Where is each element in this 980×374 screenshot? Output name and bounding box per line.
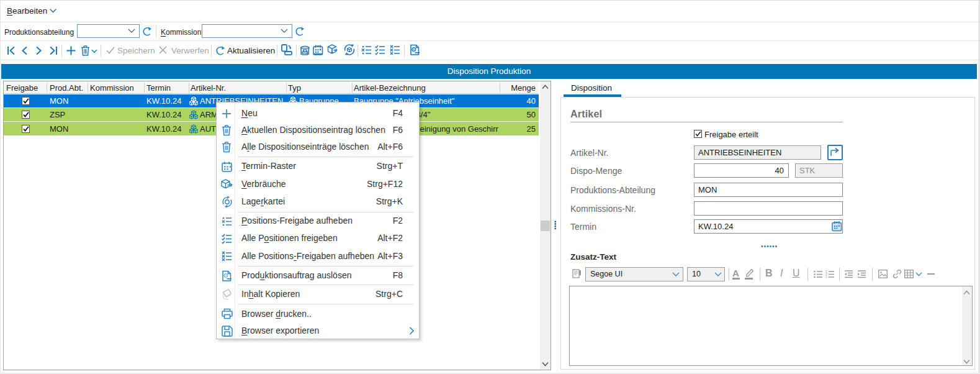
svg-text:3: 3 bbox=[825, 276, 827, 279]
